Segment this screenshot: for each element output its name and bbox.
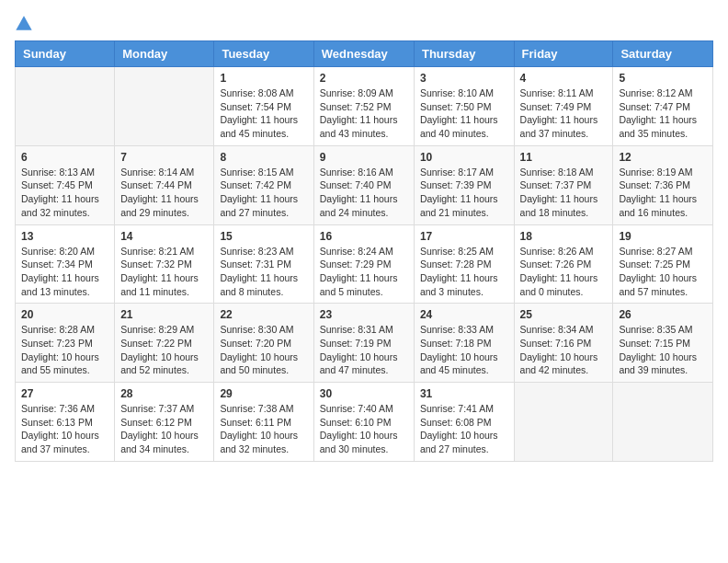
calendar-cell: 18Sunrise: 8:26 AM Sunset: 7:26 PM Dayli…	[514, 224, 613, 304]
calendar-cell: 24Sunrise: 8:33 AM Sunset: 7:18 PM Dayli…	[414, 304, 514, 383]
calendar-cell: 7Sunrise: 8:14 AM Sunset: 7:44 PM Daylig…	[115, 145, 214, 224]
calendar-table: SundayMondayTuesdayWednesdayThursdayFrid…	[15, 40, 713, 462]
page-header	[15, 15, 713, 33]
day-number: 5	[619, 72, 707, 85]
calendar-cell: 11Sunrise: 8:18 AM Sunset: 7:37 PM Dayli…	[514, 145, 613, 224]
day-number: 26	[619, 308, 707, 321]
day-info: Sunrise: 7:36 AM Sunset: 6:13 PM Dayligh…	[21, 402, 108, 456]
weekday-header-monday: Monday	[115, 41, 214, 67]
day-number: 13	[21, 230, 108, 243]
day-info: Sunrise: 8:10 AM Sunset: 7:50 PM Dayligh…	[420, 86, 508, 141]
calendar-cell: 20Sunrise: 8:28 AM Sunset: 7:23 PM Dayli…	[16, 304, 115, 383]
day-number: 15	[220, 230, 307, 243]
calendar-cell: 25Sunrise: 8:34 AM Sunset: 7:16 PM Dayli…	[514, 304, 613, 383]
day-number: 14	[120, 230, 208, 243]
day-info: Sunrise: 8:09 AM Sunset: 7:52 PM Dayligh…	[320, 86, 408, 141]
day-number: 8	[220, 151, 307, 164]
day-info: Sunrise: 8:18 AM Sunset: 7:37 PM Dayligh…	[520, 166, 608, 220]
calendar-cell: 3Sunrise: 8:10 AM Sunset: 7:50 PM Daylig…	[414, 67, 514, 146]
day-info: Sunrise: 7:40 AM Sunset: 6:10 PM Dayligh…	[320, 402, 408, 456]
day-number: 3	[420, 72, 508, 85]
calendar-cell: 26Sunrise: 8:35 AM Sunset: 7:15 PM Dayli…	[613, 304, 713, 383]
weekday-header-tuesday: Tuesday	[214, 41, 313, 67]
calendar-cell: 28Sunrise: 7:37 AM Sunset: 6:12 PM Dayli…	[115, 383, 214, 462]
weekday-header-row: SundayMondayTuesdayWednesdayThursdayFrid…	[16, 41, 713, 67]
calendar-cell: 1Sunrise: 8:08 AM Sunset: 7:54 PM Daylig…	[214, 67, 313, 146]
calendar-week-row: 1Sunrise: 8:08 AM Sunset: 7:54 PM Daylig…	[16, 67, 713, 146]
calendar-cell	[613, 383, 713, 462]
calendar-cell: 17Sunrise: 8:25 AM Sunset: 7:28 PM Dayli…	[414, 224, 514, 304]
day-number: 30	[320, 387, 408, 400]
calendar-cell: 31Sunrise: 7:41 AM Sunset: 6:08 PM Dayli…	[414, 383, 514, 462]
day-info: Sunrise: 8:31 AM Sunset: 7:19 PM Dayligh…	[320, 323, 408, 377]
calendar-cell: 27Sunrise: 7:36 AM Sunset: 6:13 PM Dayli…	[16, 383, 115, 462]
day-info: Sunrise: 8:28 AM Sunset: 7:23 PM Dayligh…	[21, 323, 108, 377]
day-info: Sunrise: 8:14 AM Sunset: 7:44 PM Dayligh…	[120, 166, 208, 220]
calendar-cell: 19Sunrise: 8:27 AM Sunset: 7:25 PM Dayli…	[613, 224, 713, 304]
day-info: Sunrise: 8:34 AM Sunset: 7:16 PM Dayligh…	[520, 323, 608, 377]
calendar-week-row: 20Sunrise: 8:28 AM Sunset: 7:23 PM Dayli…	[16, 304, 713, 383]
calendar-cell: 21Sunrise: 8:29 AM Sunset: 7:22 PM Dayli…	[115, 304, 214, 383]
calendar-week-row: 6Sunrise: 8:13 AM Sunset: 7:45 PM Daylig…	[16, 145, 713, 224]
day-info: Sunrise: 8:08 AM Sunset: 7:54 PM Dayligh…	[220, 86, 307, 141]
day-number: 23	[320, 308, 408, 321]
calendar-cell: 9Sunrise: 8:16 AM Sunset: 7:40 PM Daylig…	[313, 145, 414, 224]
logo	[15, 15, 37, 33]
day-number: 25	[520, 308, 608, 321]
day-info: Sunrise: 8:20 AM Sunset: 7:34 PM Dayligh…	[21, 245, 108, 299]
day-number: 22	[220, 308, 307, 321]
day-info: Sunrise: 8:15 AM Sunset: 7:42 PM Dayligh…	[220, 166, 307, 220]
weekday-header-wednesday: Wednesday	[313, 41, 414, 67]
day-number: 2	[320, 72, 408, 85]
day-info: Sunrise: 7:41 AM Sunset: 6:08 PM Dayligh…	[420, 402, 508, 456]
day-number: 29	[220, 387, 307, 400]
svg-marker-0	[16, 16, 31, 29]
day-number: 31	[420, 387, 508, 400]
day-number: 1	[220, 72, 307, 85]
calendar-cell: 13Sunrise: 8:20 AM Sunset: 7:34 PM Dayli…	[16, 224, 115, 304]
day-number: 6	[21, 151, 108, 164]
calendar-cell: 12Sunrise: 8:19 AM Sunset: 7:36 PM Dayli…	[613, 145, 713, 224]
day-number: 28	[120, 387, 208, 400]
day-info: Sunrise: 8:30 AM Sunset: 7:20 PM Dayligh…	[220, 323, 307, 377]
day-number: 17	[420, 230, 508, 243]
weekday-header-saturday: Saturday	[613, 41, 713, 67]
calendar-cell: 22Sunrise: 8:30 AM Sunset: 7:20 PM Dayli…	[214, 304, 313, 383]
day-number: 11	[520, 151, 608, 164]
day-info: Sunrise: 8:35 AM Sunset: 7:15 PM Dayligh…	[619, 323, 707, 377]
day-info: Sunrise: 8:19 AM Sunset: 7:36 PM Dayligh…	[619, 166, 707, 220]
day-info: Sunrise: 8:25 AM Sunset: 7:28 PM Dayligh…	[420, 245, 508, 299]
day-info: Sunrise: 8:16 AM Sunset: 7:40 PM Dayligh…	[320, 166, 408, 220]
calendar-cell: 29Sunrise: 7:38 AM Sunset: 6:11 PM Dayli…	[214, 383, 313, 462]
logo-icon	[15, 15, 33, 33]
day-number: 10	[420, 151, 508, 164]
calendar-cell: 10Sunrise: 8:17 AM Sunset: 7:39 PM Dayli…	[414, 145, 514, 224]
day-info: Sunrise: 8:17 AM Sunset: 7:39 PM Dayligh…	[420, 166, 508, 220]
calendar-week-row: 27Sunrise: 7:36 AM Sunset: 6:13 PM Dayli…	[16, 383, 713, 462]
calendar-cell: 16Sunrise: 8:24 AM Sunset: 7:29 PM Dayli…	[313, 224, 414, 304]
day-number: 27	[21, 387, 108, 400]
day-info: Sunrise: 8:24 AM Sunset: 7:29 PM Dayligh…	[320, 245, 408, 299]
weekday-header-friday: Friday	[514, 41, 613, 67]
day-number: 20	[21, 308, 108, 321]
day-info: Sunrise: 8:12 AM Sunset: 7:47 PM Dayligh…	[619, 86, 707, 141]
day-info: Sunrise: 8:29 AM Sunset: 7:22 PM Dayligh…	[120, 323, 208, 377]
day-info: Sunrise: 8:27 AM Sunset: 7:25 PM Dayligh…	[619, 245, 707, 299]
calendar-week-row: 13Sunrise: 8:20 AM Sunset: 7:34 PM Dayli…	[16, 224, 713, 304]
day-number: 19	[619, 230, 707, 243]
calendar-cell: 14Sunrise: 8:21 AM Sunset: 7:32 PM Dayli…	[115, 224, 214, 304]
day-info: Sunrise: 8:11 AM Sunset: 7:49 PM Dayligh…	[520, 86, 608, 141]
calendar-cell: 15Sunrise: 8:23 AM Sunset: 7:31 PM Dayli…	[214, 224, 313, 304]
calendar-cell: 5Sunrise: 8:12 AM Sunset: 7:47 PM Daylig…	[613, 67, 713, 146]
day-info: Sunrise: 8:13 AM Sunset: 7:45 PM Dayligh…	[21, 166, 108, 220]
day-number: 9	[320, 151, 408, 164]
day-number: 7	[120, 151, 208, 164]
day-info: Sunrise: 8:33 AM Sunset: 7:18 PM Dayligh…	[420, 323, 508, 377]
calendar-cell: 6Sunrise: 8:13 AM Sunset: 7:45 PM Daylig…	[16, 145, 115, 224]
day-number: 24	[420, 308, 508, 321]
weekday-header-thursday: Thursday	[414, 41, 514, 67]
day-info: Sunrise: 8:26 AM Sunset: 7:26 PM Dayligh…	[520, 245, 608, 299]
day-number: 21	[120, 308, 208, 321]
calendar-cell: 4Sunrise: 8:11 AM Sunset: 7:49 PM Daylig…	[514, 67, 613, 146]
calendar-cell	[514, 383, 613, 462]
